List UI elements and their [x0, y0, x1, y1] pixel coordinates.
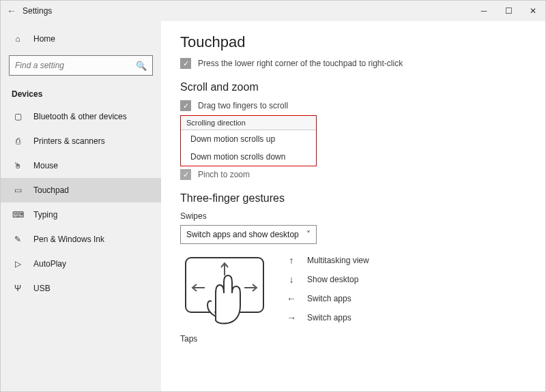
- checkbox-icon[interactable]: ✓: [180, 58, 191, 69]
- search-icon: 🔍: [136, 61, 147, 71]
- page-title: Touchpad: [180, 33, 526, 51]
- sidebar-item-label: Touchpad: [33, 185, 69, 195]
- scrolling-direction-dropdown-open: Scrolling direction Down motion scrolls …: [180, 115, 317, 166]
- keyboard-icon: ⌨: [12, 210, 24, 220]
- drag-two-label: Drag two fingers to scroll: [198, 101, 288, 110]
- sidebar-item-label: Mouse: [33, 161, 58, 170]
- gesture-label: Switch apps: [307, 313, 351, 322]
- gesture-row: ↑ Multitasking view ↓ Show desktop ← Swi…: [180, 252, 526, 327]
- touchpad-illustration: [180, 252, 269, 327]
- three-finger-header: Three-finger gestures: [180, 192, 526, 205]
- arrow-left-icon: ←: [287, 293, 296, 304]
- sidebar-item-label: USB: [33, 284, 51, 293]
- drag-two-fingers-row[interactable]: ✓ Drag two fingers to scroll: [180, 100, 526, 111]
- sidebar-item-mouse[interactable]: 🖱 Mouse: [1, 153, 161, 178]
- right-click-label: Press the lower right corner of the touc…: [198, 59, 403, 68]
- minimize-button[interactable]: ─: [472, 1, 496, 21]
- pen-icon: ✎: [12, 235, 24, 244]
- printer-icon: ⎙: [12, 136, 24, 146]
- chevron-down-icon: ˅: [306, 230, 311, 239]
- checkbox-icon[interactable]: ✓: [180, 169, 191, 180]
- bluetooth-icon: ▢: [12, 112, 24, 121]
- search-input[interactable]: [15, 61, 136, 70]
- touchpad-icon: ▭: [12, 185, 24, 195]
- settings-window: ← Settings ─ ☐ ✕ ⌂ Home 🔍 Devices ▢ Blue…: [0, 0, 546, 392]
- gesture-label: Switch apps: [307, 294, 351, 303]
- sidebar-group-header: Devices: [1, 85, 161, 104]
- pinch-label: Pinch to zoom: [198, 170, 250, 179]
- sidebar-item-touchpad[interactable]: ▭ Touchpad: [1, 178, 161, 202]
- home-label: Home: [33, 34, 55, 44]
- sidebar-item-pen[interactable]: ✎ Pen & Windows Ink: [1, 227, 161, 252]
- sidebar-item-bluetooth[interactable]: ▢ Bluetooth & other devices: [1, 104, 161, 129]
- titlebar: ← Settings ─ ☐ ✕: [1, 1, 545, 21]
- sidebar-item-label: Printers & scanners: [33, 136, 105, 146]
- home-nav[interactable]: ⌂ Home: [1, 27, 161, 51]
- scroll-zoom-header: Scroll and zoom: [180, 81, 526, 93]
- autoplay-icon: ▷: [12, 259, 24, 269]
- usb-icon: Ψ: [12, 284, 24, 293]
- gesture-list: ↑ Multitasking view ↓ Show desktop ← Swi…: [287, 252, 369, 327]
- right-click-corner-row[interactable]: ✓ Press the lower right corner of the to…: [180, 58, 526, 69]
- sidebar-item-label: Bluetooth & other devices: [33, 112, 127, 121]
- arrow-right-icon: →: [287, 312, 296, 323]
- gesture-multitasking: ↑ Multitasking view: [287, 255, 369, 266]
- gesture-label: Multitasking view: [307, 256, 369, 265]
- search-box[interactable]: 🔍: [9, 55, 153, 76]
- swipes-label: Swipes: [180, 211, 526, 221]
- arrow-down-icon: ↓: [287, 274, 296, 285]
- swipes-select[interactable]: Switch apps and show desktop ˅: [180, 225, 317, 244]
- gesture-switch-left: ← Switch apps: [287, 293, 369, 304]
- swipes-value: Switch apps and show desktop: [186, 230, 299, 239]
- back-button[interactable]: ←: [1, 5, 23, 16]
- mouse-icon: 🖱: [12, 161, 24, 170]
- window-title: Settings: [23, 6, 52, 16]
- pinch-zoom-row[interactable]: ✓ Pinch to zoom: [180, 169, 526, 180]
- sidebar: ⌂ Home 🔍 Devices ▢ Bluetooth & other dev…: [1, 21, 161, 391]
- sidebar-item-label: Typing: [33, 210, 57, 220]
- scroll-option-down[interactable]: Down motion scrolls down: [181, 148, 316, 166]
- arrow-up-icon: ↑: [287, 255, 296, 266]
- gesture-switch-right: → Switch apps: [287, 312, 369, 323]
- gesture-label: Show desktop: [307, 275, 358, 284]
- gesture-show-desktop: ↓ Show desktop: [287, 274, 369, 285]
- sidebar-item-autoplay[interactable]: ▷ AutoPlay: [1, 252, 161, 276]
- home-icon: ⌂: [12, 34, 24, 44]
- checkbox-icon[interactable]: ✓: [180, 100, 191, 111]
- sidebar-item-printers[interactable]: ⎙ Printers & scanners: [1, 129, 161, 153]
- scroll-option-up[interactable]: Down motion scrolls up: [181, 130, 316, 148]
- sidebar-item-label: AutoPlay: [33, 259, 66, 269]
- sidebar-item-usb[interactable]: Ψ USB: [1, 276, 161, 301]
- content-area: ⌂ Home 🔍 Devices ▢ Bluetooth & other dev…: [1, 21, 545, 391]
- scrolling-direction-label: Scrolling direction: [181, 116, 316, 130]
- sidebar-item-label: Pen & Windows Ink: [33, 235, 104, 244]
- main-panel: Touchpad ✓ Press the lower right corner …: [161, 21, 545, 391]
- taps-label: Taps: [180, 334, 526, 344]
- maximize-button[interactable]: ☐: [496, 1, 521, 21]
- sidebar-item-typing[interactable]: ⌨ Typing: [1, 202, 161, 227]
- close-button[interactable]: ✕: [521, 1, 545, 21]
